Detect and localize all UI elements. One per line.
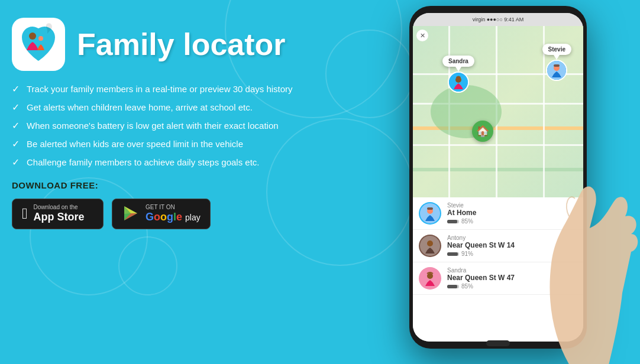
app-header: Family locator (12, 18, 367, 71)
status-bar-text: virgin ●●●○○ 9:41 AM (473, 17, 524, 22)
antony-list-avatar (419, 235, 441, 257)
appstore-big-label: App Store (34, 211, 85, 224)
svg-rect-14 (427, 207, 433, 210)
stevie-pin: Stevie (542, 44, 571, 81)
store-buttons:  Download on the App Store GET IT ON (12, 199, 367, 229)
googleplay-icon (122, 205, 140, 223)
phone-home-button[interactable] (486, 340, 510, 346)
phone-status-bar: virgin ●●●○○ 9:41 AM (413, 13, 583, 26)
svg-point-8 (455, 77, 461, 83)
check-icon: ✓ (12, 102, 20, 113)
battery-text: 85% (461, 283, 473, 290)
pin-tail (554, 55, 560, 60)
battery-bar (447, 220, 459, 223)
battery-text: 91% (461, 251, 473, 257)
apple-icon:  (22, 204, 28, 223)
feature-item: ✓ Track your family members in a real-ti… (12, 83, 367, 95)
app-icon (12, 18, 65, 71)
svg-rect-11 (554, 64, 560, 67)
check-icon: ✓ (12, 83, 20, 95)
check-icon: ✓ (12, 120, 20, 131)
googleplay-small-label: GET IT ON (146, 204, 201, 211)
sandra-bubble: Sandra (442, 56, 474, 67)
phone-mockup: virgin ●●●○○ 9:41 AM ✕ (374, 0, 622, 364)
googleplay-text: GET IT ON Google play (146, 204, 201, 224)
appstore-button[interactable]:  Download on the App Store (12, 199, 104, 229)
pin-tail (455, 67, 461, 72)
battery-bar (447, 285, 459, 288)
app-title: Family locator (77, 27, 286, 62)
features-list: ✓ Track your family members in a real-ti… (12, 83, 367, 168)
feature-text: Be alerted when kids are over speed limi… (27, 138, 243, 150)
battery-bar (447, 252, 459, 256)
appstore-small-label: Download on the (34, 204, 85, 211)
left-content: Family locator ✓ Track your family membe… (12, 18, 367, 229)
googleplay-big-label: Google play (146, 211, 201, 224)
download-section: DOWNLOAD FREE:  Download on the App Sto… (12, 180, 367, 229)
map-close-button[interactable]: ✕ (416, 30, 428, 41)
feature-item: ✓ Challenge family members to achieve da… (12, 156, 367, 168)
feature-text: Track your family members in a real-time… (27, 83, 293, 95)
sandra-pin: Sandra (442, 56, 474, 93)
sandra-list-avatar (419, 267, 441, 290)
app-icon-svg (15, 21, 62, 68)
feature-item: ✓ Be alerted when kids are over speed li… (12, 138, 367, 150)
hand-decoration (522, 145, 640, 364)
feature-text: When someone's battery is low get alert … (27, 119, 279, 132)
stevie-avatar (546, 60, 567, 81)
stevie-bubble: Stevie (542, 44, 571, 55)
download-label: DOWNLOAD FREE: (12, 180, 367, 190)
check-icon: ✓ (12, 157, 20, 168)
appstore-text: Download on the App Store (34, 204, 85, 224)
svg-point-18 (427, 273, 433, 279)
battery-fill (447, 285, 457, 288)
battery-fill (447, 252, 458, 256)
svg-point-1 (29, 32, 36, 40)
svg-point-16 (427, 240, 433, 246)
stevie-list-avatar (419, 202, 441, 225)
battery-text: 85% (461, 218, 473, 225)
sandra-avatar (448, 72, 469, 93)
close-icon: ✕ (420, 32, 425, 40)
googleplay-button[interactable]: GET IT ON Google play (112, 199, 211, 229)
feature-text: Get alerts when children leave home, arr… (27, 101, 253, 113)
check-icon: ✓ (12, 138, 20, 150)
feature-item: ✓ When someone's battery is low get aler… (12, 119, 367, 132)
home-pin: 🏠 (472, 121, 493, 142)
battery-fill (447, 220, 457, 223)
svg-point-2 (38, 36, 43, 41)
feature-text: Challenge family members to achieve dail… (27, 156, 260, 168)
feature-item: ✓ Get alerts when children leave home, a… (12, 101, 367, 113)
